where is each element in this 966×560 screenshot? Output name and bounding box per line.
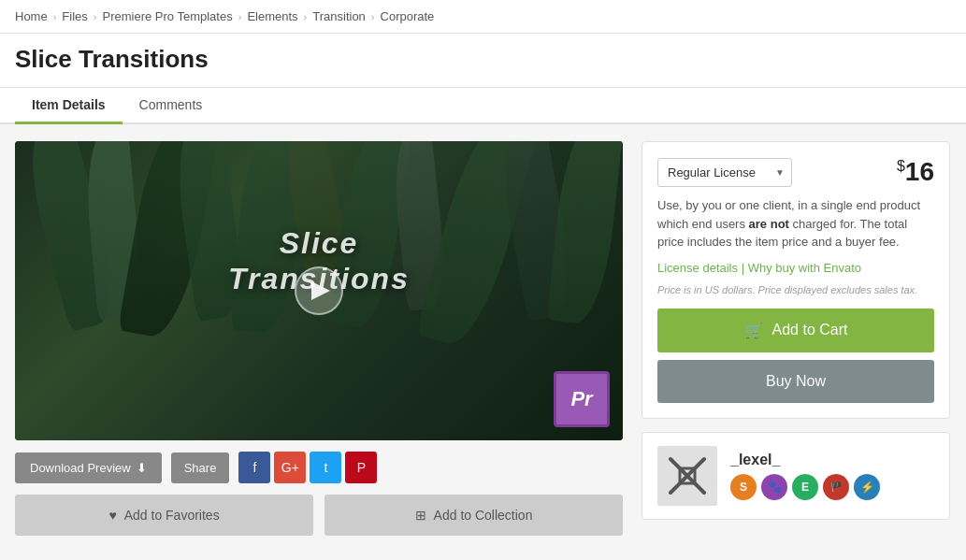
pinterest-share-button[interactable]: P [345, 452, 377, 483]
facebook-share-button[interactable]: f [238, 452, 270, 483]
cart-icon: 🛒 [744, 322, 763, 339]
download-preview-button[interactable]: Download Preview ⬇ [15, 452, 162, 483]
breadcrumb-transition[interactable]: Transition [312, 9, 366, 23]
add-to-favorites-button[interactable]: ♥ Add to Favorites [15, 495, 313, 536]
tab-item-details[interactable]: Item Details [15, 88, 123, 124]
license-price-row: Regular License Extended License $16 [657, 157, 934, 187]
license-links-row: License details | Why buy with Envato [657, 261, 934, 275]
tabs-bar: Item Details Comments [0, 88, 966, 124]
author-badges: S 🐾 E 🏴 ⚡ [730, 474, 934, 500]
purchase-box: Regular License Extended License $16 Use… [642, 141, 950, 419]
breadcrumb-home[interactable]: Home [15, 9, 48, 23]
breadcrumb-sep-5: › [371, 11, 375, 22]
badge-lightning: ⚡ [854, 474, 880, 500]
premiere-pro-badge: Pr [554, 371, 610, 427]
left-panel: Slice Transitions Pr Download Preview ⬇ … [15, 141, 623, 536]
leaf-11 [547, 141, 623, 326]
breadcrumb-files[interactable]: Files [62, 9, 87, 23]
lower-actions-row: ♥ Add to Favorites ⊞ Add to Collection [15, 495, 623, 536]
breadcrumb: Home › Files › Premiere Pro Templates › … [0, 0, 966, 34]
share-icons-group: f G+ t P [238, 452, 377, 483]
main-content: Slice Transitions Pr Download Preview ⬇ … [0, 124, 966, 553]
badge-seller: S [730, 474, 757, 500]
license-description: Use, by you or one client, in a single e… [657, 196, 934, 251]
breadcrumb-corporate: Corporate [381, 9, 435, 23]
video-player[interactable]: Slice Transitions Pr [15, 141, 623, 440]
buy-now-button[interactable]: Buy Now [657, 360, 934, 403]
googleplus-share-button[interactable]: G+ [274, 452, 306, 483]
breadcrumb-elements[interactable]: Elements [247, 9, 297, 23]
play-button[interactable] [295, 266, 343, 315]
author-info: _lexel_ S 🐾 E 🏴 ⚡ [730, 452, 934, 500]
license-details-link[interactable]: License details [657, 261, 738, 275]
why-envato-link[interactable]: Why buy with Envato [748, 261, 861, 275]
twitter-share-button[interactable]: t [310, 452, 341, 483]
author-avatar-svg [657, 446, 717, 506]
download-icon: ⬇ [137, 461, 147, 475]
price-display: $16 [897, 157, 934, 187]
tab-comments[interactable]: Comments [123, 88, 220, 124]
author-avatar[interactable] [657, 446, 717, 506]
badge-power: 🐾 [761, 474, 787, 500]
add-to-collection-label: Add to Collection [434, 508, 533, 523]
video-title-line1: Slice [280, 226, 359, 260]
breadcrumb-sep-1: › [53, 11, 57, 22]
add-to-cart-label: Add to Cart [772, 322, 848, 338]
breadcrumb-sep-2: › [94, 11, 97, 22]
author-box: _lexel_ S 🐾 E 🏴 ⚡ [642, 432, 950, 520]
author-name: _lexel_ [730, 452, 934, 468]
badge-flag: 🏴 [823, 474, 849, 500]
share-button[interactable]: Share [171, 452, 230, 483]
heart-icon: ♥ [108, 508, 116, 523]
badge-exclusive: E [792, 474, 818, 500]
price-note: Price is in US dollars. Price displayed … [657, 284, 934, 295]
download-preview-label: Download Preview [30, 461, 131, 475]
license-desc-bold: are not [749, 217, 789, 231]
page-title: Slice Transitions [0, 34, 966, 88]
license-select[interactable]: Regular License Extended License [657, 158, 792, 187]
breadcrumb-premiere[interactable]: Premiere Pro Templates [102, 9, 232, 23]
add-to-cart-button[interactable]: 🛒 Add to Cart [657, 309, 934, 352]
add-to-collection-button[interactable]: ⊞ Add to Collection [324, 495, 623, 536]
collection-icon: ⊞ [415, 508, 426, 523]
price-value: 16 [905, 157, 934, 186]
license-select-wrapper: Regular License Extended License [657, 158, 792, 187]
right-panel: Regular License Extended License $16 Use… [642, 141, 950, 536]
link-separator: | [742, 261, 748, 275]
add-to-favorites-label: Add to Favorites [124, 508, 220, 523]
video-actions-row: Download Preview ⬇ Share f G+ t P [15, 452, 623, 483]
breadcrumb-sep-3: › [238, 11, 242, 22]
currency-symbol: $ [897, 158, 905, 174]
breadcrumb-sep-4: › [304, 11, 308, 22]
